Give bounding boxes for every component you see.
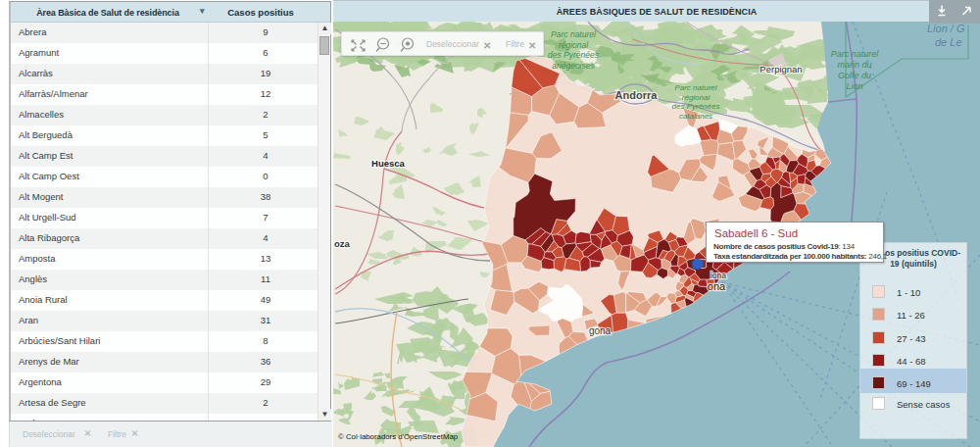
svg-text:Parc naturel: Parc naturel: [551, 29, 597, 39]
svg-text:gona: gona: [589, 325, 612, 336]
svg-text:des Pyrénées: des Pyrénées: [548, 50, 600, 60]
svg-text:ona: ona: [708, 280, 726, 292]
svg-text:régional: régional: [559, 40, 589, 50]
svg-text:Golfe du: Golfe du: [838, 71, 871, 80]
svg-text:Lion: Lion: [846, 81, 862, 91]
svg-text:Parc naturel: Parc naturel: [674, 83, 716, 92]
svg-text:✕: ✕: [528, 40, 536, 51]
svg-text:des Pyrénées: des Pyrénées: [672, 102, 720, 111]
svg-text:catalanes: catalanes: [679, 112, 712, 121]
svg-text:✕: ✕: [483, 40, 491, 51]
svg-text:régional: régional: [682, 93, 710, 102]
svg-text:Huesca: Huesca: [371, 158, 406, 169]
svg-text:Parc naturel: Parc naturel: [831, 49, 880, 59]
svg-text:Lion / G: Lion / G: [927, 23, 965, 34]
svg-text:Andorra: Andorra: [615, 89, 659, 101]
svg-text:de Le: de Le: [935, 36, 962, 48]
svg-text:Deseleccionar: Deseleccionar: [426, 39, 479, 49]
svg-text:iona: iona: [710, 271, 726, 280]
svg-text:Filtre: Filtre: [506, 39, 524, 49]
svg-text:marin du: marin du: [837, 60, 871, 70]
svg-text:oza: oza: [334, 238, 351, 249]
svg-text:Perpignan: Perpignan: [760, 64, 802, 74]
svg-text:ariégeoises: ariégeoises: [552, 61, 595, 71]
